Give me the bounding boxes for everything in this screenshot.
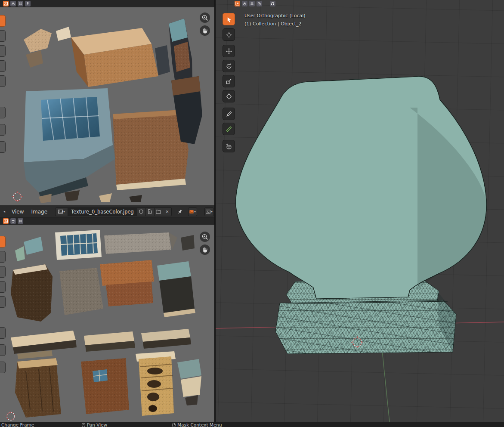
tool-rotate-partial[interactable]: [0, 75, 6, 87]
tool-scale-partial[interactable]: [0, 327, 6, 339]
tool-transform-button[interactable]: [223, 90, 235, 102]
new-image-button[interactable]: [146, 207, 155, 216]
grid-icon[interactable]: [249, 1, 255, 6]
measure-ruler-icon: [226, 126, 232, 133]
pin-toggle[interactable]: [176, 207, 184, 216]
editor-corner-strip: [0, 217, 215, 225]
cursor-3d-tool-icon: [226, 31, 232, 38]
tool-annotate-button[interactable]: [223, 108, 235, 120]
image-icon: [4, 2, 8, 6]
open-image-button[interactable]: [155, 207, 163, 216]
viewport-collection-label: (1) Collection | Object_2: [244, 20, 302, 28]
image-editor-icon[interactable]: [3, 1, 9, 6]
tool-measure-button[interactable]: [223, 123, 235, 135]
tool-rotate-partial[interactable]: [0, 296, 6, 308]
viewport-view-label: User Orthographic (Local): [244, 12, 306, 20]
tool-move-partial[interactable]: [0, 281, 6, 293]
tool-select-box-partial[interactable]: [0, 251, 6, 263]
texture-atlas-image: [0, 7, 215, 205]
menu-view[interactable]: View: [9, 208, 27, 215]
image-icon: [58, 209, 63, 214]
tool-scale-button[interactable]: [223, 75, 235, 87]
image-name-field[interactable]: Texture_0_baseColor.jpeg: [68, 207, 137, 216]
viewport-glyph-icon: [235, 2, 239, 6]
menu-image[interactable]: Image: [28, 208, 50, 215]
tool-measure-partial[interactable]: [0, 141, 6, 153]
statue-head: [236, 77, 486, 299]
viewport-editor-icon[interactable]: [235, 1, 240, 6]
browse-image-button[interactable]: ▾: [55, 207, 68, 216]
unlink-image-button[interactable]: ✕: [163, 207, 172, 216]
zoom-control[interactable]: [200, 12, 210, 23]
move-icon: [226, 48, 232, 55]
texture-atlas-image: [0, 225, 215, 422]
pin-glyph-icon: [26, 2, 30, 6]
tool-measure-partial[interactable]: [0, 362, 6, 373]
pan-control[interactable]: [200, 244, 210, 255]
tool-tweak-partial[interactable]: [0, 236, 6, 248]
chevron-left-icon: ◂: [3, 210, 5, 214]
tool-annotate-partial[interactable]: [0, 344, 6, 356]
tool-scale-partial[interactable]: [0, 107, 6, 118]
layers-icon[interactable]: [10, 218, 16, 224]
fake-user-toggle[interactable]: [137, 207, 146, 216]
image-editor-header: ◂ View Image ▾ Texture_0_baseColor.jpeg …: [0, 206, 215, 217]
texture-atlas-canvas-top[interactable]: [0, 7, 215, 205]
display-channels-dropdown[interactable]: ▾: [204, 207, 214, 216]
pin-small-icon[interactable]: [25, 1, 31, 6]
snap-magnet-icon[interactable]: [270, 1, 275, 6]
tool-move-partial[interactable]: [0, 60, 6, 72]
tool-rotate-button[interactable]: [223, 60, 235, 72]
image-editor-top: [0, 0, 215, 206]
layers-icon[interactable]: [10, 1, 16, 6]
chevron-down-icon: ▾: [63, 210, 65, 214]
tool-add-cube-button[interactable]: [223, 140, 235, 152]
grid-icon[interactable]: [18, 218, 23, 224]
status-change-frame: Change Frame: [1, 422, 34, 427]
statue-wireframe: [215, 0, 504, 422]
editor-type-chevron[interactable]: ◂: [1, 207, 7, 216]
status-pan-view: Pan View: [82, 422, 107, 427]
grid-glyph-icon: [250, 2, 254, 6]
pan-control[interactable]: [200, 25, 210, 36]
new-file-icon: [148, 209, 152, 214]
viewport-3d[interactable]: User Orthographic (Local) (1) Collection…: [215, 0, 504, 422]
status-label: Pan View: [87, 422, 107, 427]
blender-window: ◂ View Image ▾ Texture_0_baseColor.jpeg …: [0, 0, 504, 427]
status-label: Mask Context Menu: [177, 422, 222, 427]
rotate-icon: [226, 63, 232, 70]
area-divider[interactable]: [214, 0, 216, 422]
texture-atlas-canvas-bottom[interactable]: [0, 225, 215, 422]
tool-select-box-partial[interactable]: [0, 30, 6, 42]
tool-tweak-partial[interactable]: [0, 15, 6, 27]
tool-cursor-partial[interactable]: [0, 45, 6, 57]
chevron-down-icon: ▾: [194, 210, 196, 214]
tool-annotate-partial[interactable]: [0, 124, 6, 136]
layers-glyph-icon: [243, 2, 247, 6]
grid-icon[interactable]: [18, 1, 23, 6]
pin-icon: [177, 209, 182, 214]
tool-cursor-button[interactable]: [223, 28, 235, 41]
tool-tweak-button[interactable]: [223, 13, 235, 25]
status-mask-context-menu: Mask Context Menu: [172, 422, 222, 427]
mouse-icon: [82, 423, 85, 427]
magnifier-icon: [201, 233, 209, 241]
transform-icon: [226, 93, 232, 100]
folder-icon: [156, 210, 161, 214]
editor-corner-strip: [235, 0, 299, 7]
layers-icon[interactable]: [242, 1, 247, 6]
image-settings-dropdown[interactable]: ▾: [188, 207, 197, 216]
tool-move-button[interactable]: [223, 45, 235, 57]
cursor-2d-icon: [12, 191, 23, 202]
shield-icon: [139, 209, 143, 214]
magnifier-icon: [201, 14, 209, 22]
status-label: Change Frame: [1, 422, 34, 427]
hand-icon: [201, 27, 209, 34]
zoom-control[interactable]: [200, 232, 210, 242]
tool-cursor-partial[interactable]: [0, 266, 6, 278]
annotate-pen-icon: [226, 111, 232, 118]
image-editor-icon[interactable]: [3, 218, 9, 224]
grid-glyph-icon: [19, 219, 22, 223]
overlay-icon[interactable]: [257, 1, 262, 6]
status-bar: Change Frame Pan View Mask Context Menu: [0, 422, 504, 427]
